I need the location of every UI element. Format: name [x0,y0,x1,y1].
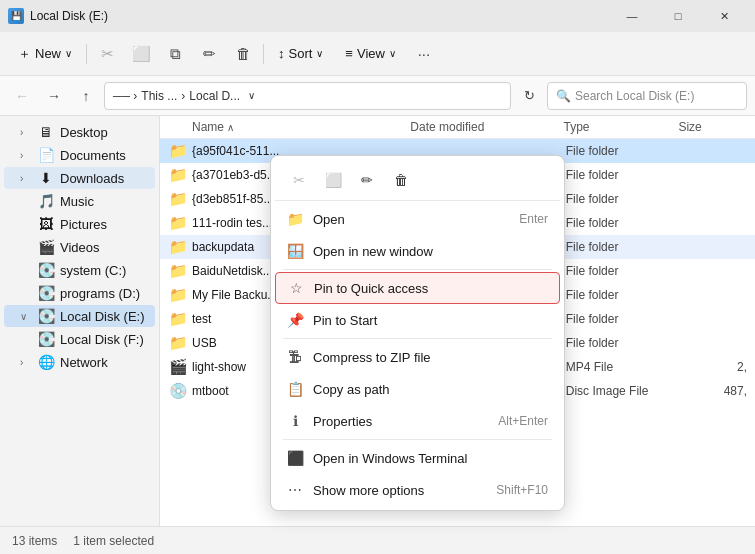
desktop-icon: 🖥 [38,124,54,140]
path-sep: › [181,89,185,103]
sidebar-item-downloads[interactable]: › ⬇ Downloads [4,167,155,189]
status-bar: 13 items 1 item selected [0,526,755,554]
window-title: Local Disk (E:) [30,9,108,23]
folder-icon: 📁 [168,165,188,185]
delete-button[interactable]: 🗑 [227,38,259,70]
ctx-copy-button[interactable]: ⬜ [317,164,349,196]
folder-icon: 📁 [168,261,188,281]
sidebar-item-network[interactable]: › 🌐 Network [4,351,155,373]
sort-button[interactable]: ↕ Sort ∨ [268,38,333,70]
path-prefix: ── › [113,89,137,103]
sidebar: › 🖥 Desktop › 📄 Documents › ⬇ Downloads … [0,116,160,526]
file-type: File folder [566,312,679,326]
ctx-item-left: 🪟 Open in new window [287,243,433,259]
expand-icon: › [20,127,32,138]
ctx-open-terminal-item[interactable]: ⬛ Open in Windows Terminal [275,442,560,474]
back-button[interactable]: ← [8,82,36,110]
sidebar-item-local-disk-e[interactable]: ∨ 💽 Local Disk (E:) [4,305,155,327]
ctx-open-new-window-item[interactable]: 🪟 Open in new window [275,235,560,267]
col-date-header: Date modified [410,120,563,134]
minimize-button[interactable]: — [609,0,655,32]
sidebar-item-music[interactable]: 🎵 Music [4,190,155,212]
folder-icon: 📁 [168,333,188,353]
maximize-button[interactable]: □ [655,0,701,32]
file-type: File folder [566,168,679,182]
pin-start-icon: 📌 [287,312,303,328]
sidebar-item-pictures[interactable]: 🖼 Pictures [4,213,155,235]
new-label: New [35,46,61,61]
sidebar-item-system-c[interactable]: 💽 system (C:) [4,259,155,281]
videos-icon: 🎬 [38,239,54,255]
ctx-separator-1 [283,269,552,270]
address-path[interactable]: ── › This ... › Local D... ∨ [104,82,511,110]
rename-button[interactable]: ✏ [193,38,225,70]
ctx-show-more-item[interactable]: ⋯ Show more options Shift+F10 [275,474,560,506]
address-bar: ← → ↑ ── › This ... › Local D... ∨ ↻ 🔍 S… [0,76,755,116]
sidebar-label-local-disk-f: Local Disk (F:) [60,332,144,347]
ctx-open-new-window-label: Open in new window [313,244,433,259]
sidebar-item-videos[interactable]: 🎬 Videos [4,236,155,258]
open-new-window-icon: 🪟 [287,243,303,259]
file-size: 487, [679,384,755,398]
ctx-item-left: ⋯ Show more options [287,482,424,498]
paste-button[interactable]: ⧉ [159,38,191,70]
ctx-separator-2 [283,338,552,339]
sidebar-item-programs-d[interactable]: 💽 programs (D:) [4,282,155,304]
new-button[interactable]: ＋ New ∨ [8,38,82,70]
downloads-icon: ⬇ [38,170,54,186]
folder-icon: 📁 [168,309,188,329]
show-more-icon: ⋯ [287,482,303,498]
ctx-rename-button[interactable]: ✏ [351,164,383,196]
title-bar-controls: — □ ✕ [609,0,747,32]
sort-icon: ↕ [278,46,285,61]
sidebar-label-documents: Documents [60,148,126,163]
ctx-compress-zip-label: Compress to ZIP file [313,350,431,365]
up-button[interactable]: ↑ [72,82,100,110]
ctx-cut-button[interactable]: ✂ [283,164,315,196]
close-button[interactable]: ✕ [701,0,747,32]
file-type: MP4 File [566,360,679,374]
ctx-open-item[interactable]: 📁 Open Enter [275,203,560,235]
compress-zip-icon: 🗜 [287,349,303,365]
ctx-show-more-shortcut: Shift+F10 [496,483,548,497]
sidebar-label-desktop: Desktop [60,125,108,140]
sidebar-item-local-disk-f[interactable]: 💽 Local Disk (F:) [4,328,155,350]
sidebar-item-documents[interactable]: › 📄 Documents [4,144,155,166]
view-dropdown-icon: ∨ [389,48,396,59]
path-this: This ... [141,89,177,103]
ctx-separator-3 [283,439,552,440]
ctx-item-left: 📌 Pin to Start [287,312,377,328]
ctx-show-more-label: Show more options [313,483,424,498]
expand-icon: › [20,173,32,184]
sidebar-label-downloads: Downloads [60,171,124,186]
ctx-pin-start-item[interactable]: 📌 Pin to Start [275,304,560,336]
ctx-open-shortcut: Enter [519,212,548,226]
expand-icon: › [20,150,32,161]
sidebar-label-programs-d: programs (D:) [60,286,140,301]
more-button[interactable]: ··· [408,38,440,70]
folder-icon: 📁 [168,285,188,305]
music-icon: 🎵 [38,193,54,209]
ctx-delete-button[interactable]: 🗑 [385,164,417,196]
network-icon: 🌐 [38,354,54,370]
ctx-properties-item[interactable]: ℹ Properties Alt+Enter [275,405,560,437]
forward-button[interactable]: → [40,82,68,110]
ctx-pin-quick-access-label: Pin to Quick access [314,281,428,296]
ctx-pin-quick-access-item[interactable]: ☆ Pin to Quick access [275,272,560,304]
view-button[interactable]: ≡ View ∨ [335,38,406,70]
search-box[interactable]: 🔍 Search Local Disk (E:) [547,82,747,110]
path-local: Local D... [189,89,240,103]
refresh-button[interactable]: ↻ [515,82,543,110]
toolbar-sep-2 [263,44,264,64]
ctx-open-terminal-label: Open in Windows Terminal [313,451,467,466]
ctx-item-left: 📋 Copy as path [287,381,390,397]
local-disk-e-icon: 💽 [38,308,54,324]
copy-button[interactable]: ⬜ [125,38,157,70]
sidebar-item-desktop[interactable]: › 🖥 Desktop [4,121,155,143]
cut-button[interactable]: ✂ [91,38,123,70]
sidebar-label-videos: Videos [60,240,100,255]
path-dropdown[interactable]: ∨ [248,90,255,101]
ctx-compress-zip-item[interactable]: 🗜 Compress to ZIP file [275,341,560,373]
file-size: 2, [679,360,755,374]
ctx-copy-path-item[interactable]: 📋 Copy as path [275,373,560,405]
